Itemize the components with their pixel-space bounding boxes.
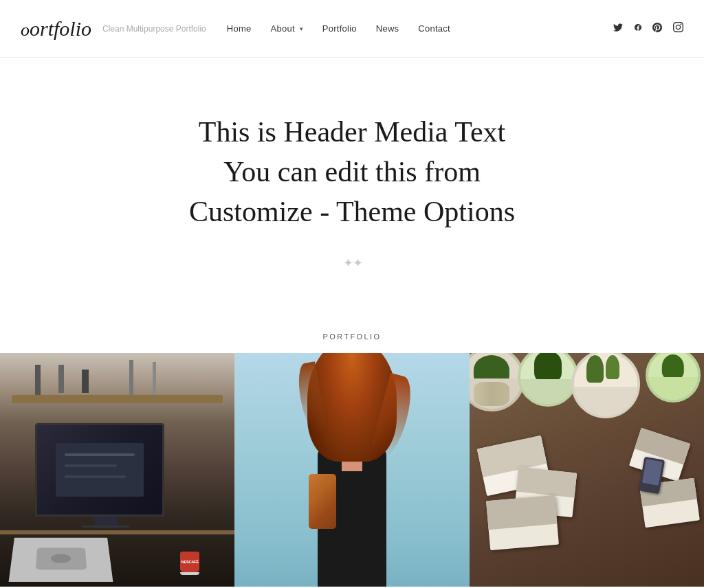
- nav-about[interactable]: About: [270, 23, 294, 34]
- facebook-icon[interactable]: [635, 22, 641, 36]
- portfolio-grid: NESCAFÉ: [0, 353, 704, 587]
- logo[interactable]: oortfolio: [21, 19, 91, 39]
- decorative-divider: ✦ ✦: [28, 256, 676, 271]
- nav-about-wrapper: About ▾: [270, 23, 302, 34]
- site-header: oortfolio Clean Multipurpose Portfolio H…: [0, 0, 704, 58]
- nav-home[interactable]: Home: [227, 23, 252, 34]
- social-links: [613, 22, 683, 36]
- hero-section: This is Header Media Text You can edit t…: [0, 58, 704, 312]
- about-chevron-icon: ▾: [300, 25, 303, 32]
- pinterest-icon[interactable]: [652, 22, 662, 36]
- main-nav: Home About ▾ Portfolio News Contact: [227, 23, 613, 34]
- portfolio-item-flatlay[interactable]: [470, 353, 704, 587]
- hero-heading: This is Header Media Text You can edit t…: [118, 113, 586, 232]
- portfolio-item-portrait[interactable]: [234, 353, 469, 587]
- portfolio-label: PORTFOLIO: [0, 332, 704, 341]
- nav-portfolio[interactable]: Portfolio: [322, 23, 357, 34]
- nav-news[interactable]: News: [376, 23, 399, 34]
- site-tagline: Clean Multipurpose Portfolio: [102, 24, 206, 34]
- instagram-icon[interactable]: [673, 22, 683, 35]
- portfolio-item-workspace[interactable]: NESCAFÉ: [0, 353, 234, 587]
- twitter-icon[interactable]: [613, 23, 624, 35]
- portfolio-section: PORTFOLIO: [0, 312, 704, 587]
- nav-contact[interactable]: Contact: [418, 23, 450, 34]
